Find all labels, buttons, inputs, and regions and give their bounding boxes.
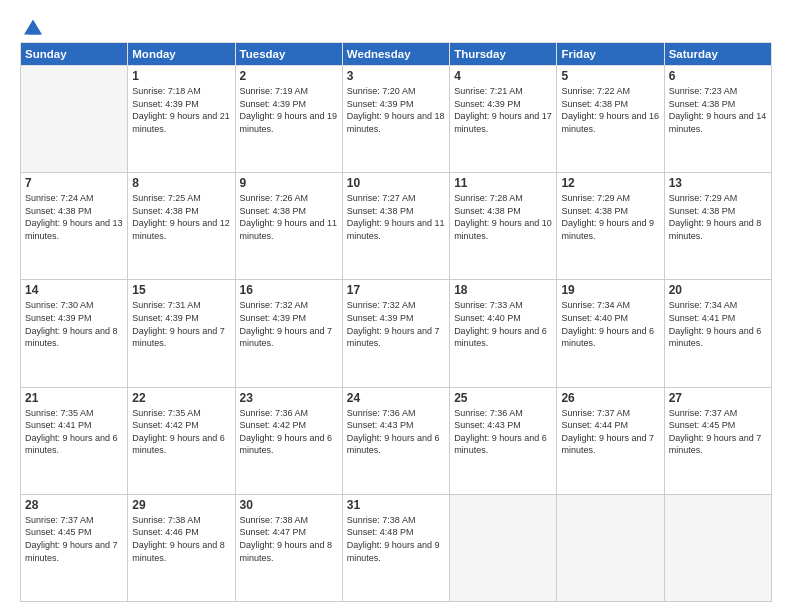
calendar-cell: 14Sunrise: 7:30 AMSunset: 4:39 PMDayligh… (21, 280, 128, 387)
day-number: 31 (347, 498, 445, 512)
day-info: Sunrise: 7:34 AMSunset: 4:40 PMDaylight:… (561, 299, 659, 349)
calendar-cell (21, 66, 128, 173)
day-info: Sunrise: 7:38 AMSunset: 4:48 PMDaylight:… (347, 514, 445, 564)
calendar-cell: 2Sunrise: 7:19 AMSunset: 4:39 PMDaylight… (235, 66, 342, 173)
calendar-cell: 11Sunrise: 7:28 AMSunset: 4:38 PMDayligh… (450, 173, 557, 280)
calendar-cell: 5Sunrise: 7:22 AMSunset: 4:38 PMDaylight… (557, 66, 664, 173)
calendar-cell: 30Sunrise: 7:38 AMSunset: 4:47 PMDayligh… (235, 494, 342, 601)
calendar-cell: 8Sunrise: 7:25 AMSunset: 4:38 PMDaylight… (128, 173, 235, 280)
day-info: Sunrise: 7:27 AMSunset: 4:38 PMDaylight:… (347, 192, 445, 242)
day-number: 18 (454, 283, 552, 297)
calendar-cell: 4Sunrise: 7:21 AMSunset: 4:39 PMDaylight… (450, 66, 557, 173)
day-info: Sunrise: 7:37 AMSunset: 4:45 PMDaylight:… (669, 407, 767, 457)
day-number: 27 (669, 391, 767, 405)
day-info: Sunrise: 7:32 AMSunset: 4:39 PMDaylight:… (347, 299, 445, 349)
calendar-cell: 21Sunrise: 7:35 AMSunset: 4:41 PMDayligh… (21, 387, 128, 494)
day-info: Sunrise: 7:36 AMSunset: 4:43 PMDaylight:… (454, 407, 552, 457)
calendar-cell: 1Sunrise: 7:18 AMSunset: 4:39 PMDaylight… (128, 66, 235, 173)
calendar-cell: 31Sunrise: 7:38 AMSunset: 4:48 PMDayligh… (342, 494, 449, 601)
day-info: Sunrise: 7:34 AMSunset: 4:41 PMDaylight:… (669, 299, 767, 349)
day-number: 1 (132, 69, 230, 83)
day-number: 6 (669, 69, 767, 83)
calendar: SundayMondayTuesdayWednesdayThursdayFrid… (20, 42, 772, 602)
weekday-header-tuesday: Tuesday (235, 43, 342, 66)
day-info: Sunrise: 7:29 AMSunset: 4:38 PMDaylight:… (669, 192, 767, 242)
day-info: Sunrise: 7:23 AMSunset: 4:38 PMDaylight:… (669, 85, 767, 135)
calendar-cell: 12Sunrise: 7:29 AMSunset: 4:38 PMDayligh… (557, 173, 664, 280)
day-info: Sunrise: 7:38 AMSunset: 4:46 PMDaylight:… (132, 514, 230, 564)
day-number: 12 (561, 176, 659, 190)
week-row-2: 14Sunrise: 7:30 AMSunset: 4:39 PMDayligh… (21, 280, 772, 387)
day-number: 7 (25, 176, 123, 190)
day-info: Sunrise: 7:35 AMSunset: 4:41 PMDaylight:… (25, 407, 123, 457)
day-info: Sunrise: 7:37 AMSunset: 4:45 PMDaylight:… (25, 514, 123, 564)
day-number: 29 (132, 498, 230, 512)
day-info: Sunrise: 7:21 AMSunset: 4:39 PMDaylight:… (454, 85, 552, 135)
day-info: Sunrise: 7:25 AMSunset: 4:38 PMDaylight:… (132, 192, 230, 242)
calendar-cell (557, 494, 664, 601)
logo (20, 18, 42, 32)
calendar-cell: 10Sunrise: 7:27 AMSunset: 4:38 PMDayligh… (342, 173, 449, 280)
day-number: 16 (240, 283, 338, 297)
day-number: 21 (25, 391, 123, 405)
calendar-cell: 7Sunrise: 7:24 AMSunset: 4:38 PMDaylight… (21, 173, 128, 280)
weekday-header-row: SundayMondayTuesdayWednesdayThursdayFrid… (21, 43, 772, 66)
day-number: 30 (240, 498, 338, 512)
day-number: 26 (561, 391, 659, 405)
header (20, 18, 772, 32)
calendar-cell: 9Sunrise: 7:26 AMSunset: 4:38 PMDaylight… (235, 173, 342, 280)
week-row-4: 28Sunrise: 7:37 AMSunset: 4:45 PMDayligh… (21, 494, 772, 601)
day-info: Sunrise: 7:35 AMSunset: 4:42 PMDaylight:… (132, 407, 230, 457)
day-number: 17 (347, 283, 445, 297)
day-info: Sunrise: 7:38 AMSunset: 4:47 PMDaylight:… (240, 514, 338, 564)
day-number: 28 (25, 498, 123, 512)
day-info: Sunrise: 7:22 AMSunset: 4:38 PMDaylight:… (561, 85, 659, 135)
calendar-cell (450, 494, 557, 601)
day-number: 10 (347, 176, 445, 190)
day-number: 8 (132, 176, 230, 190)
week-row-0: 1Sunrise: 7:18 AMSunset: 4:39 PMDaylight… (21, 66, 772, 173)
logo-icon (24, 18, 42, 36)
day-number: 13 (669, 176, 767, 190)
day-info: Sunrise: 7:24 AMSunset: 4:38 PMDaylight:… (25, 192, 123, 242)
calendar-cell: 28Sunrise: 7:37 AMSunset: 4:45 PMDayligh… (21, 494, 128, 601)
day-number: 22 (132, 391, 230, 405)
calendar-cell: 26Sunrise: 7:37 AMSunset: 4:44 PMDayligh… (557, 387, 664, 494)
calendar-cell: 27Sunrise: 7:37 AMSunset: 4:45 PMDayligh… (664, 387, 771, 494)
day-info: Sunrise: 7:29 AMSunset: 4:38 PMDaylight:… (561, 192, 659, 242)
calendar-cell: 19Sunrise: 7:34 AMSunset: 4:40 PMDayligh… (557, 280, 664, 387)
day-info: Sunrise: 7:19 AMSunset: 4:39 PMDaylight:… (240, 85, 338, 135)
calendar-cell: 22Sunrise: 7:35 AMSunset: 4:42 PMDayligh… (128, 387, 235, 494)
calendar-cell: 25Sunrise: 7:36 AMSunset: 4:43 PMDayligh… (450, 387, 557, 494)
calendar-cell: 24Sunrise: 7:36 AMSunset: 4:43 PMDayligh… (342, 387, 449, 494)
day-number: 5 (561, 69, 659, 83)
day-info: Sunrise: 7:28 AMSunset: 4:38 PMDaylight:… (454, 192, 552, 242)
calendar-cell (664, 494, 771, 601)
weekday-header-saturday: Saturday (664, 43, 771, 66)
day-number: 9 (240, 176, 338, 190)
day-info: Sunrise: 7:37 AMSunset: 4:44 PMDaylight:… (561, 407, 659, 457)
day-info: Sunrise: 7:36 AMSunset: 4:43 PMDaylight:… (347, 407, 445, 457)
day-number: 3 (347, 69, 445, 83)
calendar-cell: 16Sunrise: 7:32 AMSunset: 4:39 PMDayligh… (235, 280, 342, 387)
day-number: 23 (240, 391, 338, 405)
day-info: Sunrise: 7:18 AMSunset: 4:39 PMDaylight:… (132, 85, 230, 135)
day-info: Sunrise: 7:30 AMSunset: 4:39 PMDaylight:… (25, 299, 123, 349)
day-info: Sunrise: 7:33 AMSunset: 4:40 PMDaylight:… (454, 299, 552, 349)
day-info: Sunrise: 7:36 AMSunset: 4:42 PMDaylight:… (240, 407, 338, 457)
day-number: 20 (669, 283, 767, 297)
calendar-cell: 29Sunrise: 7:38 AMSunset: 4:46 PMDayligh… (128, 494, 235, 601)
calendar-cell: 18Sunrise: 7:33 AMSunset: 4:40 PMDayligh… (450, 280, 557, 387)
day-number: 19 (561, 283, 659, 297)
weekday-header-friday: Friday (557, 43, 664, 66)
page: SundayMondayTuesdayWednesdayThursdayFrid… (0, 0, 792, 612)
calendar-cell: 17Sunrise: 7:32 AMSunset: 4:39 PMDayligh… (342, 280, 449, 387)
calendar-cell: 23Sunrise: 7:36 AMSunset: 4:42 PMDayligh… (235, 387, 342, 494)
day-number: 24 (347, 391, 445, 405)
day-number: 14 (25, 283, 123, 297)
day-number: 25 (454, 391, 552, 405)
day-info: Sunrise: 7:31 AMSunset: 4:39 PMDaylight:… (132, 299, 230, 349)
day-number: 11 (454, 176, 552, 190)
day-info: Sunrise: 7:20 AMSunset: 4:39 PMDaylight:… (347, 85, 445, 135)
weekday-header-wednesday: Wednesday (342, 43, 449, 66)
